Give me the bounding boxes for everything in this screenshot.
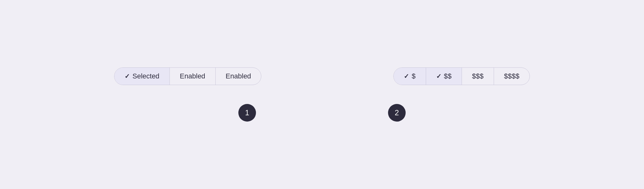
numbers-row: 1 2: [238, 104, 406, 122]
badge-1-label: 1: [245, 108, 249, 117]
segmented-group-2: ✓ $ ✓ $$ $$$ $$$$: [393, 67, 530, 85]
badge-2-label: 2: [395, 108, 399, 117]
check-icon-2: ✓: [404, 72, 409, 80]
groups-row: ✓ Selected Enabled Enabled ✓ $ ✓ $$ $$$: [114, 67, 530, 85]
segment-dollar-4[interactable]: $$$$: [494, 68, 530, 85]
check-icon-1: ✓: [125, 72, 130, 80]
segment-selected[interactable]: ✓ Selected: [114, 68, 170, 85]
segment-dollar-2-label: $$: [444, 72, 452, 80]
segmented-group-1: ✓ Selected Enabled Enabled: [114, 67, 261, 85]
check-icon-3: ✓: [436, 72, 441, 80]
segment-dollar-4-label: $$$$: [504, 72, 519, 80]
badge-2: 2: [388, 104, 406, 122]
segment-enabled-1[interactable]: Enabled: [170, 68, 216, 85]
segment-dollar-3-label: $$$: [472, 72, 484, 80]
segment-dollar-1[interactable]: ✓ $: [394, 68, 426, 85]
segment-selected-label: Selected: [132, 72, 159, 80]
segment-enabled-2-label: Enabled: [226, 72, 251, 80]
segment-dollar-3[interactable]: $$$: [462, 68, 494, 85]
page-container: ✓ Selected Enabled Enabled ✓ $ ✓ $$ $$$: [0, 0, 644, 189]
segment-enabled-1-label: Enabled: [180, 72, 205, 80]
segment-dollar-2[interactable]: ✓ $$: [426, 68, 462, 85]
segment-dollar-1-label: $: [412, 72, 415, 80]
badge-1: 1: [238, 104, 256, 122]
segment-enabled-2[interactable]: Enabled: [216, 68, 261, 85]
